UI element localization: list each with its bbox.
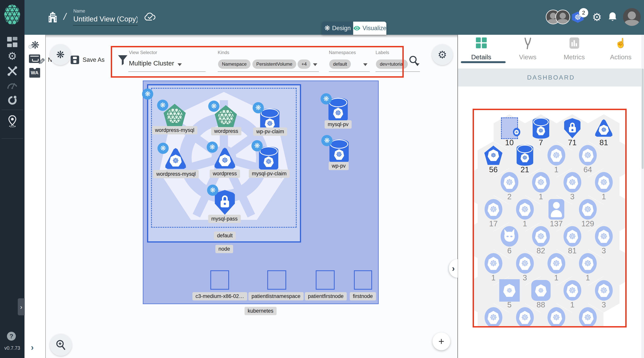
sidebar-item-configuration[interactable] <box>0 65 24 77</box>
kind-chip[interactable]: +4 <box>298 60 310 69</box>
meshsync-snapshot-button[interactable]: ❋ <box>50 44 71 65</box>
search-icon[interactable] <box>409 55 419 66</box>
view-name-input[interactable] <box>73 14 138 26</box>
scrollbar-thumb[interactable] <box>642 69 644 169</box>
node-label: wordpress <box>211 127 242 135</box>
chevron-down-icon[interactable] <box>313 63 317 66</box>
save-icon[interactable] <box>71 56 79 64</box>
dashboard-icon <box>7 37 17 47</box>
save-as-button[interactable]: Save As <box>82 56 104 63</box>
tab-details[interactable]: Details <box>458 35 504 64</box>
node-square[interactable] <box>316 270 335 290</box>
node-square[interactable] <box>210 270 229 290</box>
kubernetes-wheel-icon <box>548 145 565 165</box>
user-avatar[interactable] <box>623 8 641 26</box>
meshery-badge-icon <box>320 93 332 105</box>
organization-building-icon[interactable] <box>47 12 58 23</box>
kubernetes-wheel-icon <box>516 199 534 220</box>
meshery-logo[interactable] <box>4 5 20 25</box>
sidebar-item-lifecycle[interactable]: ⚙⚙ <box>0 50 24 62</box>
node-wp-pv[interactable] <box>330 139 349 164</box>
kubernetes-wheel-icon <box>548 253 565 274</box>
sidebar-item-dashboard[interactable] <box>0 36 24 48</box>
zoom-in-button[interactable] <box>50 334 72 356</box>
view-selector-label: View Selector <box>129 50 157 55</box>
design-tab-label: Design <box>332 25 351 32</box>
hex-cell[interactable] <box>540 303 572 326</box>
kind-chip[interactable]: Namespace <box>218 60 250 69</box>
kinds-label: Kinds <box>218 50 229 55</box>
kubernetes-wheel-icon <box>595 280 613 301</box>
gutter-expand-chevron[interactable]: › <box>31 342 34 352</box>
rounded-square-k8s-icon <box>531 280 550 301</box>
sidebar-item-catalog[interactable] <box>0 115 24 127</box>
label-chip[interactable]: dev=tutorial <box>376 60 408 69</box>
namespace-label: default <box>214 231 236 240</box>
node-mysql-pv-claim[interactable] <box>259 147 278 171</box>
namespace-chip[interactable]: default <box>329 60 351 69</box>
tab-views[interactable]: Views <box>504 35 551 64</box>
cloud-saved-icon <box>144 12 156 22</box>
kubernetes-wheel-icon <box>564 172 581 193</box>
visualize-tab-label: Visualize <box>362 25 386 32</box>
node-label: wordpress <box>210 170 240 178</box>
canvas-settings-button[interactable]: ⚙ <box>432 44 453 65</box>
eye-icon <box>353 25 360 31</box>
meshery-badge-icon <box>207 185 218 196</box>
kubernetes-wheel-icon <box>516 253 534 274</box>
sidebar-divider <box>2 138 23 139</box>
collaborator-avatar[interactable] <box>556 10 570 24</box>
node-square[interactable] <box>354 270 372 290</box>
wasm-icon[interactable]: WA <box>29 68 40 78</box>
kubernetes-wheel-icon <box>516 307 534 326</box>
volume-cylinder-icon <box>517 145 533 166</box>
meshery-badge-icon <box>208 101 220 112</box>
hex-cell[interactable] <box>509 303 540 326</box>
kubernetes-wheel-icon <box>500 172 518 193</box>
view-selector-value[interactable]: Multiple Cluster <box>129 60 174 67</box>
lifecycle-gears-icon: ⚙⚙ <box>8 50 17 62</box>
sidebar-item-extensions[interactable] <box>0 94 24 107</box>
add-button[interactable]: + <box>432 332 450 350</box>
node-label: wordpress-mysql <box>152 126 198 134</box>
kind-chip[interactable]: PersistentVolume <box>252 60 296 69</box>
notifications-bell-icon[interactable] <box>608 12 618 23</box>
deployment-triangle-icon <box>594 119 614 138</box>
tab-visualize[interactable]: Visualize <box>353 22 386 35</box>
panel-collapse-handle[interactable]: › <box>449 259 458 278</box>
context-count-badge: 2 <box>579 8 588 17</box>
kubernetes-wheel-icon <box>532 226 550 247</box>
secret-shield-icon <box>564 118 581 138</box>
zoom-in-magnifier-icon <box>56 339 66 350</box>
sidebar-expand-handle[interactable]: › <box>18 298 25 315</box>
kubernetes-wheel-icon <box>548 307 565 326</box>
edit-pencil-icon[interactable]: ✎ <box>38 56 45 67</box>
settings-gear-icon[interactable]: ⚙ <box>592 11 602 23</box>
node-label: wp-pv <box>329 162 349 170</box>
tab-actions[interactable]: ☝ Actions <box>598 35 644 64</box>
hex-cell[interactable] <box>478 303 509 326</box>
chevron-down-icon[interactable] <box>363 63 368 66</box>
kubernetes-wheel-icon <box>564 226 581 247</box>
help-button[interactable]: ? <box>7 332 16 341</box>
extensions-icon <box>7 95 18 106</box>
kubernetes-wheel-icon <box>579 253 597 274</box>
chevron-down-icon[interactable] <box>178 63 182 66</box>
tab-label: Actions <box>598 53 644 61</box>
hex-cell[interactable] <box>572 303 604 326</box>
meshery-app: / Name Design Visualize ☸ 2 ⚙ ⚙⚙ <box>0 0 644 358</box>
node-mysql-pv[interactable] <box>328 98 348 122</box>
map-pin-icon <box>8 115 17 127</box>
tab-design[interactable]: Design <box>322 22 353 35</box>
meshery-badge-icon <box>252 102 264 113</box>
node-label: firstnode <box>350 292 376 300</box>
node-label: mysql-pv-claim <box>249 170 290 178</box>
node-label: mysql-pv <box>324 120 352 129</box>
sidebar-item-performance[interactable] <box>0 79 24 91</box>
node-label: mysql-pass <box>208 215 241 223</box>
kubernetes-wheel-icon <box>595 226 613 247</box>
daemonset-icon <box>500 226 518 247</box>
node-box-label: node <box>215 245 233 253</box>
tab-metrics[interactable]: Metrics <box>551 35 598 64</box>
node-square[interactable] <box>267 270 286 290</box>
